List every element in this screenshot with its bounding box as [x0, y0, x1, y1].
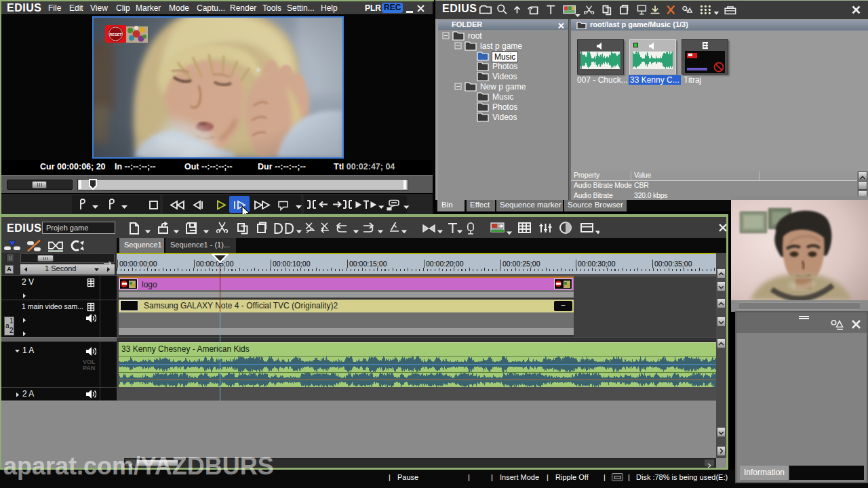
svg-text:RESET: RESET — [109, 33, 122, 37]
